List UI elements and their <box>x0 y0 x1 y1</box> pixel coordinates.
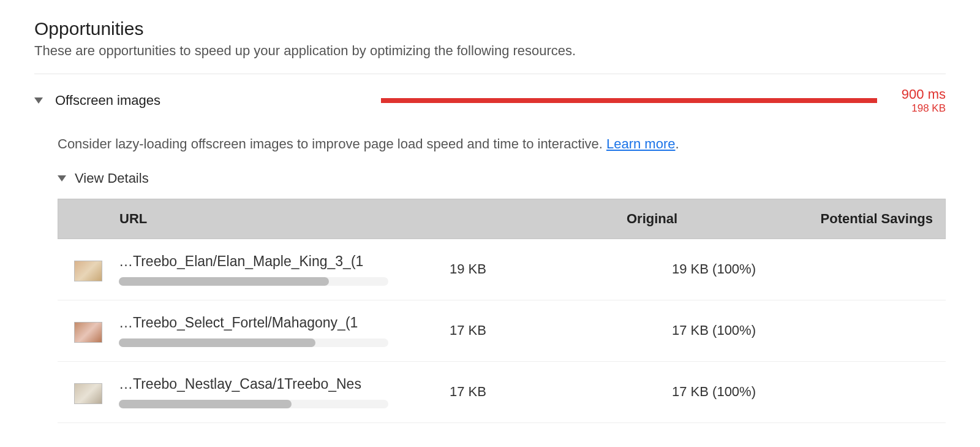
th-savings: Potential Savings <box>786 211 945 227</box>
url-cell: …Treebo_Select_Fortel/Mahagony_(1 <box>119 315 450 347</box>
url-text[interactable]: …Treebo_Nestlay_Casa/1Treebo_Nes <box>119 376 450 392</box>
potential-savings: 17 KB (100%) <box>609 384 768 400</box>
url-cell: …Treebo_Nestlay_Casa/1Treebo_Nes <box>119 376 450 408</box>
image-thumbnail[interactable] <box>74 261 102 281</box>
original-size: 17 KB <box>450 384 609 400</box>
scrollbar-thumb[interactable] <box>119 277 329 286</box>
image-thumbnail[interactable] <box>74 383 102 404</box>
url-text[interactable]: …Treebo_Select_Fortel/Mahagony_(1 <box>119 315 450 331</box>
thumbnail-cell <box>58 318 119 343</box>
view-details-toggle[interactable]: View Details <box>58 170 946 186</box>
url-scrollbar[interactable] <box>119 338 388 347</box>
description-post: . <box>676 136 679 151</box>
audit-metrics: 900 ms 198 KB <box>902 86 946 115</box>
potential-savings: 17 KB (100%) <box>609 323 768 338</box>
scrollbar-thumb[interactable] <box>119 338 315 347</box>
audit-title: Offscreen images <box>55 93 160 109</box>
view-details-label: View Details <box>75 170 149 186</box>
audit-description: Consider lazy-loading offscreen images t… <box>58 136 946 152</box>
metric-time: 900 ms <box>902 86 946 102</box>
url-scrollbar[interactable] <box>119 400 388 408</box>
url-scrollbar[interactable] <box>119 277 388 286</box>
scrollbar-thumb[interactable] <box>119 400 292 408</box>
view-details-triangle-icon <box>58 175 66 181</box>
url-text[interactable]: …Treebo_Elan/Elan_Maple_King_3_(1 <box>119 253 450 270</box>
original-size: 19 KB <box>450 261 609 277</box>
audit-header-row[interactable]: Offscreen images 900 ms 198 KB <box>34 83 946 117</box>
opportunities-section: Opportunities These are opportunities to… <box>34 18 946 59</box>
section-subtitle: These are opportunities to speed up your… <box>34 43 946 59</box>
description-text: Consider lazy-loading offscreen images t… <box>58 136 606 151</box>
table-header-row: URL Original Potential Savings <box>58 199 946 239</box>
learn-more-link[interactable]: Learn more <box>606 136 676 151</box>
image-thumbnail[interactable] <box>74 322 102 343</box>
original-size: 17 KB <box>450 323 609 338</box>
impact-bar <box>381 98 877 103</box>
url-cell: …Treebo_Elan/Elan_Maple_King_3_(1 <box>119 253 450 286</box>
details-table: URL Original Potential Savings …Treebo_E… <box>58 199 946 423</box>
th-original: Original <box>627 211 786 227</box>
table-row: …Treebo_Elan/Elan_Maple_King_3_(1 19 KB … <box>58 239 946 300</box>
table-row: …Treebo_Select_Fortel/Mahagony_(1 17 KB … <box>58 300 946 362</box>
metric-size: 198 KB <box>902 102 946 115</box>
potential-savings: 19 KB (100%) <box>609 261 768 277</box>
thumbnail-cell <box>58 257 119 281</box>
table-row: …Treebo_Nestlay_Casa/1Treebo_Nes 17 KB 1… <box>58 362 946 423</box>
divider <box>34 74 946 74</box>
impact-bar-container <box>381 98 877 103</box>
th-url: URL <box>119 211 627 227</box>
expand-triangle-icon <box>34 97 43 104</box>
thumbnail-cell <box>58 380 119 404</box>
section-title: Opportunities <box>34 18 946 39</box>
